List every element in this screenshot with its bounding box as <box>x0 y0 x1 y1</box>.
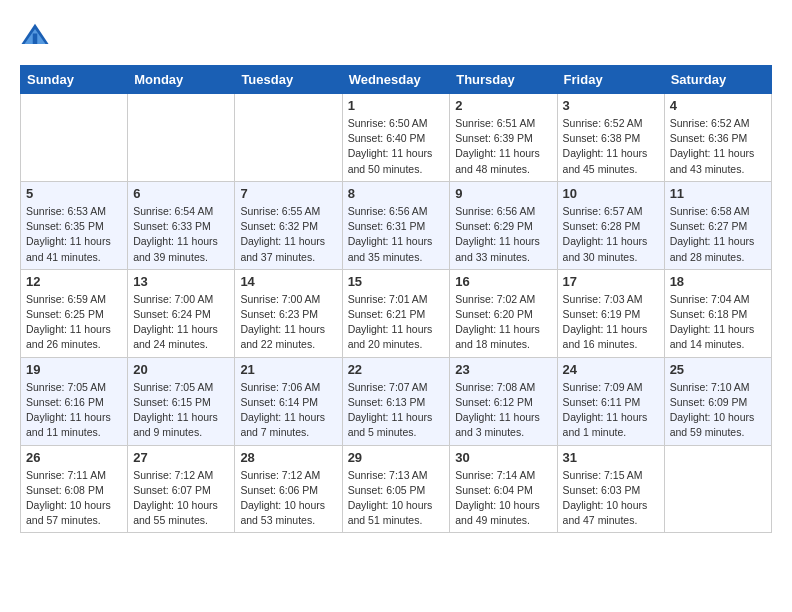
weekday-header-saturday: Saturday <box>664 66 771 94</box>
weekday-header-tuesday: Tuesday <box>235 66 342 94</box>
day-number: 4 <box>670 98 766 113</box>
day-info: Sunrise: 6:55 AM Sunset: 6:32 PM Dayligh… <box>240 204 336 265</box>
calendar-cell: 16Sunrise: 7:02 AM Sunset: 6:20 PM Dayli… <box>450 269 557 357</box>
day-info: Sunrise: 7:07 AM Sunset: 6:13 PM Dayligh… <box>348 380 445 441</box>
calendar-cell: 7Sunrise: 6:55 AM Sunset: 6:32 PM Daylig… <box>235 181 342 269</box>
week-row-2: 5Sunrise: 6:53 AM Sunset: 6:35 PM Daylig… <box>21 181 772 269</box>
day-info: Sunrise: 6:56 AM Sunset: 6:31 PM Dayligh… <box>348 204 445 265</box>
day-number: 2 <box>455 98 551 113</box>
day-info: Sunrise: 7:01 AM Sunset: 6:21 PM Dayligh… <box>348 292 445 353</box>
weekday-header-wednesday: Wednesday <box>342 66 450 94</box>
day-info: Sunrise: 7:09 AM Sunset: 6:11 PM Dayligh… <box>563 380 659 441</box>
day-number: 31 <box>563 450 659 465</box>
main-container: SundayMondayTuesdayWednesdayThursdayFrid… <box>0 0 792 543</box>
day-info: Sunrise: 7:14 AM Sunset: 6:04 PM Dayligh… <box>455 468 551 529</box>
calendar-cell: 25Sunrise: 7:10 AM Sunset: 6:09 PM Dayli… <box>664 357 771 445</box>
day-number: 16 <box>455 274 551 289</box>
day-info: Sunrise: 6:56 AM Sunset: 6:29 PM Dayligh… <box>455 204 551 265</box>
calendar-cell <box>664 445 771 533</box>
weekday-header-row: SundayMondayTuesdayWednesdayThursdayFrid… <box>21 66 772 94</box>
calendar-cell <box>21 94 128 182</box>
calendar-cell: 22Sunrise: 7:07 AM Sunset: 6:13 PM Dayli… <box>342 357 450 445</box>
day-info: Sunrise: 6:58 AM Sunset: 6:27 PM Dayligh… <box>670 204 766 265</box>
calendar-cell: 23Sunrise: 7:08 AM Sunset: 6:12 PM Dayli… <box>450 357 557 445</box>
day-info: Sunrise: 7:05 AM Sunset: 6:15 PM Dayligh… <box>133 380 229 441</box>
day-info: Sunrise: 6:52 AM Sunset: 6:36 PM Dayligh… <box>670 116 766 177</box>
day-info: Sunrise: 7:02 AM Sunset: 6:20 PM Dayligh… <box>455 292 551 353</box>
calendar-cell: 9Sunrise: 6:56 AM Sunset: 6:29 PM Daylig… <box>450 181 557 269</box>
day-info: Sunrise: 7:08 AM Sunset: 6:12 PM Dayligh… <box>455 380 551 441</box>
calendar-cell: 27Sunrise: 7:12 AM Sunset: 6:07 PM Dayli… <box>128 445 235 533</box>
day-info: Sunrise: 7:10 AM Sunset: 6:09 PM Dayligh… <box>670 380 766 441</box>
calendar-cell: 6Sunrise: 6:54 AM Sunset: 6:33 PM Daylig… <box>128 181 235 269</box>
day-info: Sunrise: 6:52 AM Sunset: 6:38 PM Dayligh… <box>563 116 659 177</box>
calendar-table: SundayMondayTuesdayWednesdayThursdayFrid… <box>20 65 772 533</box>
day-info: Sunrise: 6:51 AM Sunset: 6:39 PM Dayligh… <box>455 116 551 177</box>
day-number: 27 <box>133 450 229 465</box>
day-number: 21 <box>240 362 336 377</box>
calendar-cell: 5Sunrise: 6:53 AM Sunset: 6:35 PM Daylig… <box>21 181 128 269</box>
day-info: Sunrise: 6:59 AM Sunset: 6:25 PM Dayligh… <box>26 292 122 353</box>
day-number: 6 <box>133 186 229 201</box>
day-number: 26 <box>26 450 122 465</box>
calendar-cell: 14Sunrise: 7:00 AM Sunset: 6:23 PM Dayli… <box>235 269 342 357</box>
weekday-header-friday: Friday <box>557 66 664 94</box>
calendar-cell: 30Sunrise: 7:14 AM Sunset: 6:04 PM Dayli… <box>450 445 557 533</box>
day-number: 12 <box>26 274 122 289</box>
day-info: Sunrise: 7:05 AM Sunset: 6:16 PM Dayligh… <box>26 380 122 441</box>
day-info: Sunrise: 6:53 AM Sunset: 6:35 PM Dayligh… <box>26 204 122 265</box>
calendar-cell: 3Sunrise: 6:52 AM Sunset: 6:38 PM Daylig… <box>557 94 664 182</box>
day-number: 11 <box>670 186 766 201</box>
calendar-cell: 18Sunrise: 7:04 AM Sunset: 6:18 PM Dayli… <box>664 269 771 357</box>
day-number: 7 <box>240 186 336 201</box>
calendar-cell: 20Sunrise: 7:05 AM Sunset: 6:15 PM Dayli… <box>128 357 235 445</box>
day-number: 1 <box>348 98 445 113</box>
day-number: 10 <box>563 186 659 201</box>
day-info: Sunrise: 6:54 AM Sunset: 6:33 PM Dayligh… <box>133 204 229 265</box>
day-info: Sunrise: 7:03 AM Sunset: 6:19 PM Dayligh… <box>563 292 659 353</box>
calendar-cell: 26Sunrise: 7:11 AM Sunset: 6:08 PM Dayli… <box>21 445 128 533</box>
day-number: 17 <box>563 274 659 289</box>
week-row-5: 26Sunrise: 7:11 AM Sunset: 6:08 PM Dayli… <box>21 445 772 533</box>
svg-rect-2 <box>33 34 38 45</box>
day-info: Sunrise: 7:11 AM Sunset: 6:08 PM Dayligh… <box>26 468 122 529</box>
day-number: 18 <box>670 274 766 289</box>
day-info: Sunrise: 7:00 AM Sunset: 6:24 PM Dayligh… <box>133 292 229 353</box>
calendar-cell: 1Sunrise: 6:50 AM Sunset: 6:40 PM Daylig… <box>342 94 450 182</box>
logo-icon <box>20 20 50 50</box>
day-number: 30 <box>455 450 551 465</box>
day-number: 3 <box>563 98 659 113</box>
day-info: Sunrise: 7:12 AM Sunset: 6:06 PM Dayligh… <box>240 468 336 529</box>
weekday-header-monday: Monday <box>128 66 235 94</box>
day-info: Sunrise: 7:12 AM Sunset: 6:07 PM Dayligh… <box>133 468 229 529</box>
calendar-cell: 10Sunrise: 6:57 AM Sunset: 6:28 PM Dayli… <box>557 181 664 269</box>
day-number: 23 <box>455 362 551 377</box>
calendar-cell: 31Sunrise: 7:15 AM Sunset: 6:03 PM Dayli… <box>557 445 664 533</box>
day-number: 22 <box>348 362 445 377</box>
day-info: Sunrise: 7:13 AM Sunset: 6:05 PM Dayligh… <box>348 468 445 529</box>
day-number: 28 <box>240 450 336 465</box>
week-row-3: 12Sunrise: 6:59 AM Sunset: 6:25 PM Dayli… <box>21 269 772 357</box>
day-info: Sunrise: 6:57 AM Sunset: 6:28 PM Dayligh… <box>563 204 659 265</box>
day-info: Sunrise: 7:04 AM Sunset: 6:18 PM Dayligh… <box>670 292 766 353</box>
week-row-4: 19Sunrise: 7:05 AM Sunset: 6:16 PM Dayli… <box>21 357 772 445</box>
calendar-cell: 15Sunrise: 7:01 AM Sunset: 6:21 PM Dayli… <box>342 269 450 357</box>
weekday-header-thursday: Thursday <box>450 66 557 94</box>
day-number: 5 <box>26 186 122 201</box>
calendar-cell: 13Sunrise: 7:00 AM Sunset: 6:24 PM Dayli… <box>128 269 235 357</box>
calendar-cell: 24Sunrise: 7:09 AM Sunset: 6:11 PM Dayli… <box>557 357 664 445</box>
logo <box>20 20 54 50</box>
day-number: 20 <box>133 362 229 377</box>
day-number: 8 <box>348 186 445 201</box>
calendar-cell: 4Sunrise: 6:52 AM Sunset: 6:36 PM Daylig… <box>664 94 771 182</box>
calendar-cell: 12Sunrise: 6:59 AM Sunset: 6:25 PM Dayli… <box>21 269 128 357</box>
day-number: 19 <box>26 362 122 377</box>
calendar-cell <box>235 94 342 182</box>
day-number: 15 <box>348 274 445 289</box>
day-number: 13 <box>133 274 229 289</box>
week-row-1: 1Sunrise: 6:50 AM Sunset: 6:40 PM Daylig… <box>21 94 772 182</box>
day-info: Sunrise: 6:50 AM Sunset: 6:40 PM Dayligh… <box>348 116 445 177</box>
calendar-cell: 29Sunrise: 7:13 AM Sunset: 6:05 PM Dayli… <box>342 445 450 533</box>
weekday-header-sunday: Sunday <box>21 66 128 94</box>
day-info: Sunrise: 7:15 AM Sunset: 6:03 PM Dayligh… <box>563 468 659 529</box>
